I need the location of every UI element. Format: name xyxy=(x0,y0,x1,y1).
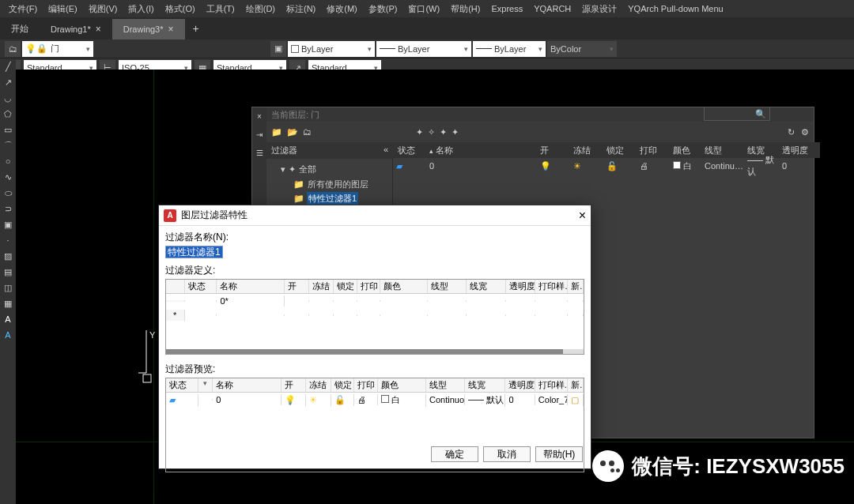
th[interactable]: 打印 xyxy=(357,280,380,293)
th[interactable]: 新... xyxy=(568,378,584,392)
menu-dimension[interactable]: 标注(N) xyxy=(281,3,321,15)
region-icon[interactable]: ◫ xyxy=(0,280,16,295)
th[interactable]: 新... xyxy=(568,280,584,293)
col-lock[interactable]: 锁定 xyxy=(606,145,640,156)
hatch-icon[interactable]: ▨ xyxy=(0,248,16,264)
bulb-icon[interactable]: 💡 xyxy=(540,161,551,171)
ellipsearc-icon[interactable]: ⊃ xyxy=(0,201,16,216)
color-swatch[interactable] xyxy=(673,161,681,169)
filter-name-input[interactable]: 特性过滤器1 xyxy=(165,246,223,258)
block-icon[interactable]: ▣ xyxy=(0,216,16,232)
menu-insert[interactable]: 插入(I) xyxy=(123,3,159,15)
col-color[interactable]: 颜色 xyxy=(673,145,705,156)
add-tab-button[interactable]: + xyxy=(185,17,207,39)
th[interactable]: 颜色 xyxy=(378,378,426,392)
pline-icon[interactable]: ↗ xyxy=(0,74,16,90)
delete-layer-icon[interactable]: ✦ xyxy=(440,127,447,137)
set-current-icon[interactable]: ✦ xyxy=(452,127,459,137)
menu-edit[interactable]: 编辑(E) xyxy=(43,3,83,15)
menu-help[interactable]: 帮助(H) xyxy=(445,3,486,15)
polygon-icon[interactable]: ⬠ xyxy=(0,106,16,122)
new-group-icon[interactable]: 📂 xyxy=(287,127,298,137)
th[interactable]: 开 xyxy=(282,378,307,392)
plotstyle-combo[interactable]: ByColor xyxy=(547,41,617,57)
mtext-icon[interactable]: A xyxy=(0,327,16,343)
close-icon[interactable]: × xyxy=(96,24,101,35)
th[interactable]: 线宽 xyxy=(467,280,507,293)
col-ltype[interactable]: 线型 xyxy=(705,145,747,156)
menu-format[interactable]: 格式(O) xyxy=(160,3,201,15)
menu-tools[interactable]: 工具(T) xyxy=(201,3,240,15)
def-empty-row[interactable]: * xyxy=(166,308,584,322)
arc2-icon[interactable]: ⌒ xyxy=(0,137,16,153)
collapse-icon[interactable]: « xyxy=(384,145,388,156)
color-icon[interactable]: ▣ xyxy=(270,41,286,57)
col-freeze[interactable]: 冻结 xyxy=(573,145,606,156)
spline-icon[interactable]: ∿ xyxy=(0,169,16,185)
th[interactable]: 开 xyxy=(285,280,309,293)
layer-icon[interactable]: 🗂 xyxy=(5,41,21,57)
close-panel-icon[interactable]: × xyxy=(257,112,262,121)
th[interactable]: 锁定 xyxy=(334,280,357,293)
new-filter-icon[interactable]: 📁 xyxy=(271,127,282,137)
menu-draw[interactable]: 绘图(D) xyxy=(240,3,281,15)
cancel-button[interactable]: 取消 xyxy=(483,446,531,462)
lineweight-combo[interactable]: ByLayer xyxy=(473,41,546,57)
refresh-icon[interactable]: ↻ xyxy=(788,127,795,137)
th[interactable]: 状态 xyxy=(166,378,198,392)
tab-drawing3[interactable]: Drawing3*× xyxy=(112,19,185,39)
menu-window[interactable]: 窗口(W) xyxy=(402,3,445,15)
col-name[interactable]: ▴ 名称 xyxy=(429,145,540,156)
ellipse-icon[interactable]: ⬭ xyxy=(0,185,16,201)
arc-icon[interactable]: ◡ xyxy=(0,90,16,106)
color-combo[interactable]: ByLayer xyxy=(288,41,375,57)
tab-start[interactable]: 开始 xyxy=(0,18,40,39)
th[interactable]: 透明度 xyxy=(506,280,535,293)
gradient-icon[interactable]: ▤ xyxy=(0,264,16,280)
col-trans[interactable]: 透明度 xyxy=(782,145,817,156)
tree-filter1[interactable]: 📁 特性过滤器1 xyxy=(271,192,387,205)
unlock-icon[interactable]: 🔓 xyxy=(606,161,618,171)
menu-modify[interactable]: 修改(M) xyxy=(321,3,363,15)
th[interactable]: 状态 xyxy=(185,280,217,293)
th[interactable]: 锁定 xyxy=(331,378,355,392)
menu-yqarch[interactable]: YQARCH xyxy=(528,4,576,13)
th[interactable]: 冻结 xyxy=(309,280,334,293)
text-icon[interactable]: A xyxy=(0,311,16,327)
settings-icon[interactable]: ⚙ xyxy=(801,127,809,137)
th[interactable]: 冻结 xyxy=(306,378,331,392)
th[interactable]: 名称 xyxy=(213,378,281,392)
def-row[interactable]: 0* xyxy=(166,294,584,308)
sort-icon[interactable]: ▾ xyxy=(198,378,213,392)
th[interactable]: 打印样... xyxy=(535,378,568,392)
layer-row-0[interactable]: ▰ 0 💡 ☀ 🔓 🖨 白 Continu… 默认 0 xyxy=(393,158,820,174)
line-icon[interactable]: ╱ xyxy=(0,58,16,74)
menu-icon[interactable]: ☰ xyxy=(256,149,263,157)
menu-param[interactable]: 参数(P) xyxy=(363,3,403,15)
col-on[interactable]: 开 xyxy=(540,145,573,156)
col-plot[interactable]: 打印 xyxy=(640,145,673,156)
th[interactable]: 打印 xyxy=(354,378,378,392)
printer-icon[interactable]: 🖨 xyxy=(640,161,648,171)
menu-yuanquan[interactable]: 源泉设计 xyxy=(576,3,622,15)
help-button[interactable]: 帮助(H) xyxy=(535,446,583,462)
new-layer-icon[interactable]: ✦ xyxy=(416,127,423,137)
col-status[interactable]: 状态 xyxy=(393,145,429,156)
tab-drawing1[interactable]: Drawing1*× xyxy=(40,19,112,39)
th[interactable]: 线型 xyxy=(426,378,465,392)
layer-combo[interactable]: 💡 🔒 门 xyxy=(22,41,93,57)
close-icon[interactable]: × xyxy=(168,24,174,35)
point-icon[interactable]: · xyxy=(0,232,16,248)
pin-icon[interactable]: ⇥ xyxy=(256,130,263,139)
menu-view[interactable]: 视图(V) xyxy=(83,3,123,15)
table-icon[interactable]: ▦ xyxy=(0,295,16,311)
layer-states-icon[interactable]: 🗂 xyxy=(303,127,312,137)
th[interactable]: 线宽 xyxy=(465,378,505,392)
menu-file[interactable]: 文件(F) xyxy=(3,3,43,15)
sun-icon[interactable]: ☀ xyxy=(573,161,581,171)
linetype-combo[interactable]: ByLayer xyxy=(376,41,471,57)
new-layer-vp-icon[interactable]: ✧ xyxy=(428,127,435,137)
rect-icon[interactable]: ▭ xyxy=(0,122,16,137)
preview-row[interactable]: ▰ 0 💡 ☀ 🔓 🖨 白 Continuous 默认 0 Color_7 ▢ xyxy=(166,393,584,407)
tree-root[interactable]: ▾✦全部 xyxy=(271,162,387,177)
